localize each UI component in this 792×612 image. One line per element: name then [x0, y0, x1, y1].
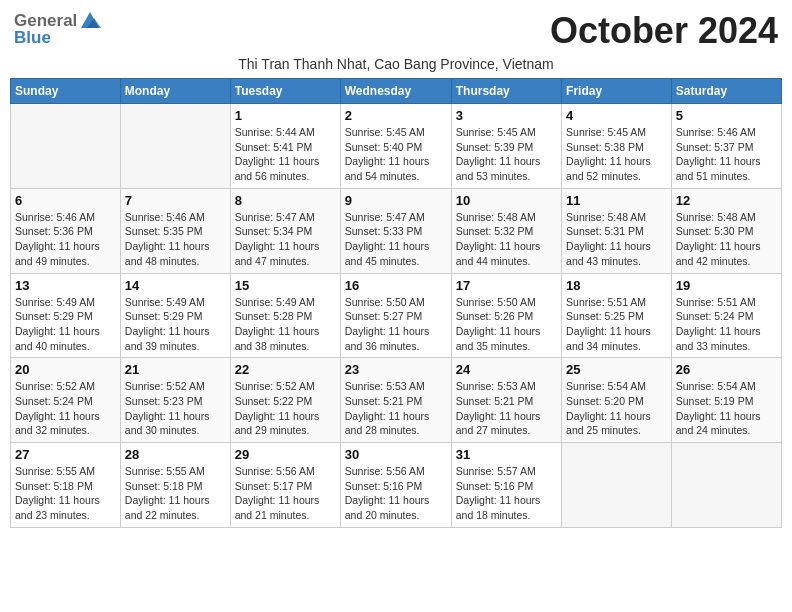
calendar-cell: 18Sunrise: 5:51 AMSunset: 5:25 PMDayligh…	[562, 273, 672, 358]
calendar-cell: 4Sunrise: 5:45 AMSunset: 5:38 PMDaylight…	[562, 104, 672, 189]
day-number: 22	[235, 362, 336, 377]
day-number: 20	[15, 362, 116, 377]
calendar-cell: 31Sunrise: 5:57 AMSunset: 5:16 PMDayligh…	[451, 443, 561, 528]
day-number: 12	[676, 193, 777, 208]
calendar-cell: 26Sunrise: 5:54 AMSunset: 5:19 PMDayligh…	[671, 358, 781, 443]
logo-icon	[79, 10, 101, 32]
month-title: October 2024	[550, 10, 778, 52]
weekday-header-friday: Friday	[562, 79, 672, 104]
day-number: 31	[456, 447, 557, 462]
calendar-cell: 15Sunrise: 5:49 AMSunset: 5:28 PMDayligh…	[230, 273, 340, 358]
day-number: 19	[676, 278, 777, 293]
calendar-cell: 12Sunrise: 5:48 AMSunset: 5:30 PMDayligh…	[671, 188, 781, 273]
day-info: Sunrise: 5:53 AMSunset: 5:21 PMDaylight:…	[456, 379, 557, 438]
day-number: 9	[345, 193, 447, 208]
day-number: 16	[345, 278, 447, 293]
day-info: Sunrise: 5:54 AMSunset: 5:19 PMDaylight:…	[676, 379, 777, 438]
day-number: 27	[15, 447, 116, 462]
day-info: Sunrise: 5:57 AMSunset: 5:16 PMDaylight:…	[456, 464, 557, 523]
calendar-cell: 27Sunrise: 5:55 AMSunset: 5:18 PMDayligh…	[11, 443, 121, 528]
day-info: Sunrise: 5:54 AMSunset: 5:20 PMDaylight:…	[566, 379, 667, 438]
calendar-cell	[11, 104, 121, 189]
day-number: 5	[676, 108, 777, 123]
weekday-header-monday: Monday	[120, 79, 230, 104]
day-info: Sunrise: 5:52 AMSunset: 5:23 PMDaylight:…	[125, 379, 226, 438]
calendar-cell: 16Sunrise: 5:50 AMSunset: 5:27 PMDayligh…	[340, 273, 451, 358]
day-info: Sunrise: 5:50 AMSunset: 5:27 PMDaylight:…	[345, 295, 447, 354]
day-info: Sunrise: 5:56 AMSunset: 5:17 PMDaylight:…	[235, 464, 336, 523]
calendar-cell: 30Sunrise: 5:56 AMSunset: 5:16 PMDayligh…	[340, 443, 451, 528]
day-number: 15	[235, 278, 336, 293]
weekday-header-sunday: Sunday	[11, 79, 121, 104]
day-info: Sunrise: 5:44 AMSunset: 5:41 PMDaylight:…	[235, 125, 336, 184]
calendar-cell: 23Sunrise: 5:53 AMSunset: 5:21 PMDayligh…	[340, 358, 451, 443]
day-info: Sunrise: 5:55 AMSunset: 5:18 PMDaylight:…	[15, 464, 116, 523]
day-info: Sunrise: 5:52 AMSunset: 5:24 PMDaylight:…	[15, 379, 116, 438]
day-info: Sunrise: 5:46 AMSunset: 5:37 PMDaylight:…	[676, 125, 777, 184]
day-info: Sunrise: 5:48 AMSunset: 5:30 PMDaylight:…	[676, 210, 777, 269]
day-number: 10	[456, 193, 557, 208]
day-info: Sunrise: 5:48 AMSunset: 5:31 PMDaylight:…	[566, 210, 667, 269]
calendar-cell: 17Sunrise: 5:50 AMSunset: 5:26 PMDayligh…	[451, 273, 561, 358]
day-number: 29	[235, 447, 336, 462]
calendar-cell: 3Sunrise: 5:45 AMSunset: 5:39 PMDaylight…	[451, 104, 561, 189]
day-info: Sunrise: 5:49 AMSunset: 5:29 PMDaylight:…	[125, 295, 226, 354]
day-number: 6	[15, 193, 116, 208]
logo: General Blue	[14, 10, 101, 48]
day-number: 18	[566, 278, 667, 293]
day-number: 28	[125, 447, 226, 462]
day-number: 30	[345, 447, 447, 462]
day-info: Sunrise: 5:47 AMSunset: 5:33 PMDaylight:…	[345, 210, 447, 269]
day-number: 3	[456, 108, 557, 123]
day-info: Sunrise: 5:47 AMSunset: 5:34 PMDaylight:…	[235, 210, 336, 269]
day-info: Sunrise: 5:46 AMSunset: 5:36 PMDaylight:…	[15, 210, 116, 269]
day-info: Sunrise: 5:45 AMSunset: 5:39 PMDaylight:…	[456, 125, 557, 184]
day-number: 2	[345, 108, 447, 123]
day-number: 17	[456, 278, 557, 293]
calendar-cell: 6Sunrise: 5:46 AMSunset: 5:36 PMDaylight…	[11, 188, 121, 273]
day-info: Sunrise: 5:45 AMSunset: 5:38 PMDaylight:…	[566, 125, 667, 184]
day-info: Sunrise: 5:55 AMSunset: 5:18 PMDaylight:…	[125, 464, 226, 523]
calendar-cell: 24Sunrise: 5:53 AMSunset: 5:21 PMDayligh…	[451, 358, 561, 443]
calendar-cell: 8Sunrise: 5:47 AMSunset: 5:34 PMDaylight…	[230, 188, 340, 273]
day-info: Sunrise: 5:50 AMSunset: 5:26 PMDaylight:…	[456, 295, 557, 354]
day-info: Sunrise: 5:46 AMSunset: 5:35 PMDaylight:…	[125, 210, 226, 269]
calendar-cell	[562, 443, 672, 528]
day-info: Sunrise: 5:49 AMSunset: 5:28 PMDaylight:…	[235, 295, 336, 354]
calendar-cell	[671, 443, 781, 528]
calendar-cell: 29Sunrise: 5:56 AMSunset: 5:17 PMDayligh…	[230, 443, 340, 528]
day-number: 25	[566, 362, 667, 377]
day-number: 11	[566, 193, 667, 208]
calendar-cell: 21Sunrise: 5:52 AMSunset: 5:23 PMDayligh…	[120, 358, 230, 443]
weekday-header-thursday: Thursday	[451, 79, 561, 104]
day-info: Sunrise: 5:49 AMSunset: 5:29 PMDaylight:…	[15, 295, 116, 354]
calendar-cell: 22Sunrise: 5:52 AMSunset: 5:22 PMDayligh…	[230, 358, 340, 443]
weekday-header-wednesday: Wednesday	[340, 79, 451, 104]
day-info: Sunrise: 5:56 AMSunset: 5:16 PMDaylight:…	[345, 464, 447, 523]
day-number: 7	[125, 193, 226, 208]
calendar-cell: 2Sunrise: 5:45 AMSunset: 5:40 PMDaylight…	[340, 104, 451, 189]
calendar-cell: 9Sunrise: 5:47 AMSunset: 5:33 PMDaylight…	[340, 188, 451, 273]
calendar-cell: 20Sunrise: 5:52 AMSunset: 5:24 PMDayligh…	[11, 358, 121, 443]
day-info: Sunrise: 5:52 AMSunset: 5:22 PMDaylight:…	[235, 379, 336, 438]
day-number: 24	[456, 362, 557, 377]
day-info: Sunrise: 5:48 AMSunset: 5:32 PMDaylight:…	[456, 210, 557, 269]
day-number: 21	[125, 362, 226, 377]
calendar-cell: 11Sunrise: 5:48 AMSunset: 5:31 PMDayligh…	[562, 188, 672, 273]
day-number: 14	[125, 278, 226, 293]
calendar-cell: 1Sunrise: 5:44 AMSunset: 5:41 PMDaylight…	[230, 104, 340, 189]
weekday-header-saturday: Saturday	[671, 79, 781, 104]
day-number: 4	[566, 108, 667, 123]
calendar-subtitle: Thi Tran Thanh Nhat, Cao Bang Province, …	[10, 56, 782, 72]
weekday-header-tuesday: Tuesday	[230, 79, 340, 104]
day-info: Sunrise: 5:45 AMSunset: 5:40 PMDaylight:…	[345, 125, 447, 184]
calendar-cell: 10Sunrise: 5:48 AMSunset: 5:32 PMDayligh…	[451, 188, 561, 273]
calendar-cell: 7Sunrise: 5:46 AMSunset: 5:35 PMDaylight…	[120, 188, 230, 273]
calendar-cell: 25Sunrise: 5:54 AMSunset: 5:20 PMDayligh…	[562, 358, 672, 443]
day-number: 23	[345, 362, 447, 377]
calendar-cell: 28Sunrise: 5:55 AMSunset: 5:18 PMDayligh…	[120, 443, 230, 528]
calendar-cell: 5Sunrise: 5:46 AMSunset: 5:37 PMDaylight…	[671, 104, 781, 189]
day-info: Sunrise: 5:53 AMSunset: 5:21 PMDaylight:…	[345, 379, 447, 438]
logo-blue-text: Blue	[14, 28, 51, 48]
day-number: 1	[235, 108, 336, 123]
